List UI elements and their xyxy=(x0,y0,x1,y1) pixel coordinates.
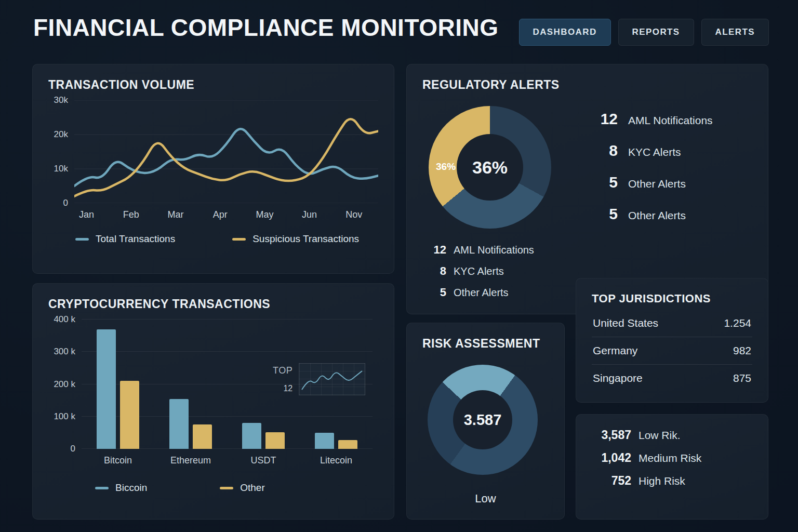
page-title: FINANCIAL COMPLIANCE MONITORING xyxy=(33,14,498,42)
legend-label: Other xyxy=(240,482,265,494)
regulatory-donut-legend-list: 12AML Notifications8KYC Alerts5Other Ale… xyxy=(432,243,534,307)
y-axis-tick: 30k xyxy=(54,95,68,105)
transaction-volume-y-axis: 010k20k30k xyxy=(48,100,74,203)
legend-swatch xyxy=(232,238,246,241)
donut-legend-row: 12AML Notifications xyxy=(432,243,534,257)
legend-swatch xyxy=(220,487,233,489)
jurisdiction-row: Singapore875 xyxy=(592,365,752,392)
regulatory-alerts-card: REGULATORY ALERTS 36% 36% 12AML Notifica… xyxy=(406,64,768,314)
risk-donut-chart: 3.587 xyxy=(428,365,538,475)
alert-count: 8 xyxy=(594,142,618,159)
alert-stat-row: 5Other Alerts xyxy=(594,205,760,223)
jurisdiction-row: United States1.254 xyxy=(592,310,752,337)
donut-hole: 3.587 xyxy=(453,390,512,449)
top-jurisdictions-card: TOP JURISDICTIONS United States1.254Germ… xyxy=(576,278,768,403)
inset-value: 12 xyxy=(283,384,292,393)
risk-donut-center-value: 3.587 xyxy=(464,411,502,429)
x-axis-tick: Litecoin xyxy=(320,455,352,466)
nav-alerts-button[interactable]: ALERTS xyxy=(701,19,769,46)
x-axis-tick: Feb xyxy=(123,209,139,220)
nav-reports-button[interactable]: REPORTS xyxy=(618,19,694,46)
bar xyxy=(315,433,334,449)
crypto-x-axis: BitcoinEthereumUSDTLitecoin xyxy=(82,455,378,469)
bar xyxy=(169,399,189,449)
risk-summary-row: 752High Risk xyxy=(592,474,752,488)
jurisdiction-name: United States xyxy=(593,317,658,329)
risk-summary-card: 3,587Low Rik.1,042Medium Risk752High Ris… xyxy=(576,414,768,520)
legend-label: Biccoin xyxy=(115,482,147,494)
donut-slice-label: 36% xyxy=(436,161,456,172)
x-axis-tick: Jun xyxy=(302,209,317,220)
alert-count: 8 xyxy=(432,264,446,278)
legend-swatch xyxy=(95,487,109,489)
inset-top-label: TOP xyxy=(273,365,292,376)
jurisdiction-name: Singapore xyxy=(593,372,643,384)
bar xyxy=(338,440,357,449)
jurisdiction-value: 982 xyxy=(733,344,751,357)
risk-assessment-title: RISK ASSESSMENT xyxy=(422,337,549,351)
compliance-dashboard: FINANCIAL COMPLIANCE MONITORING DASHBOAR… xyxy=(0,0,798,532)
alert-count: 5 xyxy=(594,174,618,191)
transaction-volume-card: TRANSACTION VOLUME 010k20k30k JanFebMarA… xyxy=(32,64,394,274)
x-axis-tick: Bitcoin xyxy=(104,455,132,466)
donut-hole: 36% xyxy=(457,134,523,201)
regulatory-donut-chart: 36% 36% xyxy=(429,106,551,229)
crypto-transactions-title: CRYPTOCURRENCY TRANSACTIONS xyxy=(48,297,378,311)
transaction-volume-legend: Total TransactionsSuspicious Transaction… xyxy=(75,233,378,245)
legend-item: Other xyxy=(220,482,265,494)
alert-label: Other Alerts xyxy=(454,287,509,299)
legend-item: Suspicious Transactions xyxy=(232,233,359,245)
jurisdictions-list: United States1.254Germany982Singapore875 xyxy=(592,310,752,392)
bar xyxy=(242,423,261,449)
jurisdiction-name: Germany xyxy=(593,344,637,357)
bar-group-ethereum xyxy=(169,399,212,449)
y-axis-tick: 0 xyxy=(71,444,75,454)
x-axis-tick: Ethereum xyxy=(170,455,211,466)
transaction-volume-line-chart xyxy=(74,100,378,203)
alert-stat-row: 8KYC Alerts xyxy=(594,142,760,159)
legend-label: Total Transactions xyxy=(96,233,175,245)
alert-count: 5 xyxy=(594,205,618,223)
risk-summary-list: 3,587Low Rik.1,042Medium Risk752High Ris… xyxy=(592,428,752,488)
y-axis-tick: 400 k xyxy=(54,314,75,325)
gridline xyxy=(82,319,373,320)
alert-label: AML Notifications xyxy=(454,244,534,256)
alert-label: KYC Alerts xyxy=(454,265,504,277)
legend-swatch xyxy=(75,238,89,241)
alert-label: AML Notifications xyxy=(628,114,713,127)
crypto-transactions-card: CRYPTOCURRENCY TRANSACTIONS 0100 k200 k3… xyxy=(32,283,394,520)
bar-group-litecoin xyxy=(315,433,357,449)
bar-group-bitcoin xyxy=(97,329,139,449)
alert-label: Other Alerts xyxy=(628,209,686,222)
x-axis-tick: Jan xyxy=(79,209,94,220)
risk-level-caption: Low xyxy=(407,492,564,506)
transaction-volume-title: TRANSACTION VOLUME xyxy=(48,78,378,92)
x-axis-tick: USDT xyxy=(251,455,276,466)
y-axis-tick: 300 k xyxy=(54,347,75,357)
legend-item: Total Transactions xyxy=(75,233,175,245)
alert-count: 5 xyxy=(432,286,446,299)
bar-group-usdt xyxy=(242,423,285,449)
legend-item: Biccoin xyxy=(95,482,147,494)
alert-stat-row: 5Other Alerts xyxy=(594,174,760,191)
regulatory-donut-center-value: 36% xyxy=(472,157,508,178)
crypto-y-axis: 0100 k200 k300 k400 k xyxy=(48,320,82,449)
alert-stat-row: 12AML Notifications xyxy=(594,110,760,128)
bar xyxy=(265,432,285,449)
alert-count: 12 xyxy=(432,243,446,257)
bar xyxy=(193,424,212,449)
top-jurisdictions-title: TOP JURISDICTIONS xyxy=(592,292,752,305)
nav-dashboard-button[interactable]: DASHBOARD xyxy=(519,19,611,46)
x-axis-tick: Apr xyxy=(213,209,228,220)
crypto-legend: BiccoinOther xyxy=(95,482,378,494)
transaction-volume-x-axis: JanFebMarAprMayJunNov xyxy=(74,209,378,223)
bar xyxy=(120,381,139,449)
risk-count: 752 xyxy=(592,474,631,488)
legend-label: Suspicious Transactions xyxy=(252,233,359,245)
jurisdiction-value: 1.254 xyxy=(724,317,751,329)
risk-summary-row: 1,042Medium Risk xyxy=(592,451,752,465)
alert-count: 12 xyxy=(594,110,618,128)
risk-label: Medium Risk xyxy=(639,452,701,464)
jurisdiction-row: Germany982 xyxy=(592,337,752,365)
bar xyxy=(97,329,116,449)
